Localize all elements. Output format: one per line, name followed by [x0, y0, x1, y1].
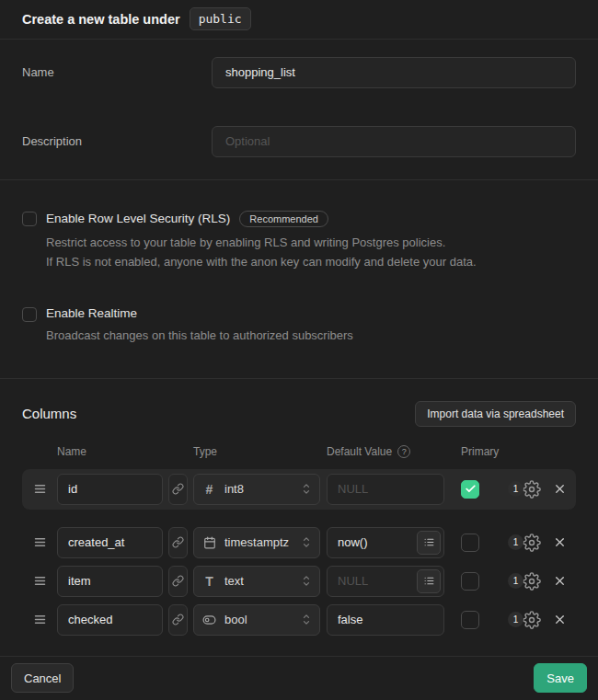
settings-count-badge: 1: [508, 573, 523, 589]
rls-description: Restrict access to your table by enablin…: [46, 233, 576, 271]
default-suggestions-icon[interactable]: [417, 569, 441, 593]
column-settings-button[interactable]: 1: [508, 610, 541, 630]
column-type-select[interactable]: bool: [193, 604, 320, 636]
panel-header: Create a new table under public: [0, 0, 598, 40]
realtime-description: Broadcast changes on this table to autho…: [46, 326, 576, 345]
panel-footer: Cancel Save: [0, 656, 598, 700]
schema-badge: public: [190, 7, 251, 30]
text-icon: T: [202, 574, 216, 589]
foreign-key-link-icon[interactable]: [168, 474, 188, 505]
cancel-button[interactable]: Cancel: [11, 663, 74, 693]
primary-key-checkbox[interactable]: [461, 480, 479, 499]
column-row: timestamptz 1: [22, 523, 576, 562]
columns-grid-header: Name Type Default Value ? Primary: [22, 445, 576, 458]
primary-key-checkbox[interactable]: [461, 611, 479, 629]
column-type-label: bool: [224, 613, 293, 626]
header-primary: Primary: [461, 445, 499, 458]
toggle-icon: [202, 614, 216, 626]
description-label: Description: [22, 126, 212, 148]
gear-icon: [523, 480, 541, 499]
gear-icon: [523, 572, 541, 591]
save-button[interactable]: Save: [534, 663, 587, 693]
column-default-input[interactable]: [327, 604, 444, 636]
column-settings-button[interactable]: 1: [508, 533, 541, 553]
default-suggestions-icon[interactable]: [417, 531, 441, 555]
table-name-input[interactable]: [212, 57, 576, 88]
header-default-value: Default Value: [327, 445, 392, 458]
chevron-updown-icon: [302, 482, 311, 496]
import-spreadsheet-button[interactable]: Import data via spreadsheet: [415, 401, 576, 427]
remove-column-button[interactable]: [551, 480, 569, 498]
columns-title: Columns: [22, 406, 76, 421]
column-name-input[interactable]: [57, 566, 163, 597]
recommended-badge: Recommended: [239, 211, 328, 227]
calendar-icon: [202, 536, 216, 549]
realtime-label: Enable Realtime: [46, 306, 137, 320]
settings-count-badge: 1: [508, 534, 523, 550]
header-name: Name: [57, 445, 163, 458]
column-settings-button[interactable]: 1: [508, 479, 541, 499]
settings-count-badge: 1: [508, 481, 523, 497]
column-default-input[interactable]: [327, 474, 444, 505]
column-rows: # int8 1: [0, 469, 598, 639]
options-section: Enable Row Level Security (RLS) Recommen…: [0, 180, 598, 379]
drag-handle-icon[interactable]: [33, 482, 48, 496]
remove-column-button[interactable]: [551, 534, 569, 551]
header-type: Type: [193, 445, 320, 458]
foreign-key-link-icon[interactable]: [168, 604, 188, 636]
chevron-updown-icon: [302, 574, 311, 588]
column-row: # int8 1: [22, 469, 576, 510]
rls-label: Enable Row Level Security (RLS): [46, 212, 230, 225]
panel-title: Create a new table under: [22, 12, 180, 27]
column-type-select[interactable]: timestamptz: [193, 527, 320, 558]
remove-column-button[interactable]: [551, 572, 569, 590]
chevron-updown-icon: [302, 613, 311, 626]
column-name-input[interactable]: [57, 604, 163, 636]
table-description-input[interactable]: [212, 126, 576, 157]
realtime-checkbox[interactable]: [22, 307, 37, 322]
column-name-input[interactable]: [57, 474, 163, 505]
column-type-label: int8: [224, 482, 293, 496]
create-table-panel: Create a new table under public Name Des…: [0, 0, 598, 700]
primary-key-checkbox[interactable]: [461, 534, 479, 552]
rls-checkbox[interactable]: [22, 212, 37, 226]
name-row: Name: [22, 57, 576, 88]
column-type-select[interactable]: T text: [193, 566, 320, 597]
column-row: T text 1: [22, 562, 576, 601]
settings-count-badge: 1: [508, 612, 523, 627]
foreign-key-link-icon[interactable]: [168, 566, 188, 597]
column-type-label: text: [224, 574, 293, 588]
description-row: Description: [22, 126, 576, 157]
drag-handle-icon[interactable]: [33, 574, 48, 588]
check-icon: [465, 483, 477, 495]
columns-section: Columns Import data via spreadsheet Name…: [0, 379, 598, 656]
realtime-option: Enable Realtime Broadcast changes on thi…: [22, 306, 576, 345]
gear-icon: [523, 611, 541, 629]
drag-handle-icon[interactable]: [33, 535, 48, 549]
column-settings-button[interactable]: 1: [508, 571, 541, 591]
primary-key-checkbox[interactable]: [461, 572, 479, 591]
column-type-select[interactable]: # int8: [193, 474, 320, 505]
column-name-input[interactable]: [57, 527, 163, 558]
table-form-section: Name Description: [0, 40, 598, 180]
gear-icon: [523, 534, 541, 552]
rls-option: Enable Row Level Security (RLS) Recommen…: [22, 211, 576, 271]
remove-column-button[interactable]: [551, 611, 569, 628]
foreign-key-link-icon[interactable]: [168, 527, 188, 558]
drag-handle-icon[interactable]: [33, 613, 48, 626]
column-type-label: timestamptz: [224, 535, 293, 549]
name-label: Name: [22, 57, 212, 79]
chevron-updown-icon: [302, 535, 311, 549]
column-row: bool 1: [22, 601, 576, 639]
help-icon[interactable]: ?: [397, 445, 410, 458]
hash-icon: #: [202, 482, 216, 497]
